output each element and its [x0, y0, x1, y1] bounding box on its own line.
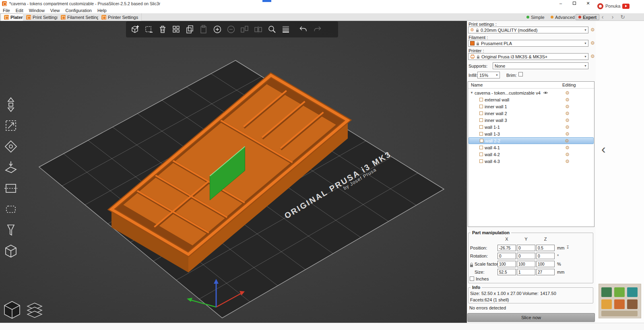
mode-expert-button[interactable]: Expert — [576, 14, 599, 20]
rotation-z-input[interactable] — [536, 253, 555, 259]
size-y-input[interactable] — [517, 269, 535, 275]
refresh-button[interactable]: ↻ — [619, 13, 627, 21]
copy-icon[interactable] — [185, 24, 195, 35]
promo-thumbnail[interactable] — [599, 284, 641, 318]
collapse-sidebar-arrow[interactable]: ‹ — [601, 142, 606, 157]
drop-to-bed-icon[interactable]: ↧ — [566, 245, 570, 250]
uniform-scale-lock-icon[interactable] — [470, 262, 473, 267]
seam-tool-icon[interactable] — [1, 200, 21, 219]
editing-gear-icon[interactable]: ⚙ — [565, 90, 570, 96]
position-z-input[interactable] — [536, 245, 555, 251]
object-list-item[interactable]: inner wall 3 ⚙ — [469, 117, 594, 124]
scale-tool-icon[interactable] — [1, 116, 21, 135]
menu-edit[interactable]: Edit — [13, 8, 26, 13]
notification-label[interactable]: Ponuka — [605, 4, 620, 8]
viewport-3d[interactable]: ORIGINAL PRUSA i3 MK3 by Josef Prusa — [0, 21, 467, 323]
remove-instance-icon[interactable] — [226, 24, 236, 35]
rotation-y-input[interactable] — [517, 253, 535, 259]
rotate-tool-icon[interactable] — [1, 137, 21, 156]
size-unit: mm — [557, 270, 564, 274]
menu-window[interactable]: Window — [26, 8, 47, 13]
object-list-item[interactable]: inner wall 1 ⚙ — [469, 103, 594, 110]
editing-gear-icon[interactable]: ⚙ — [565, 131, 570, 137]
remove-object-icon[interactable] — [144, 24, 154, 35]
arrange-icon[interactable] — [171, 24, 182, 35]
variable-layer-height-icon[interactable] — [281, 24, 291, 35]
object-list-item[interactable]: wall 4-2 ⚙ — [469, 151, 594, 158]
printer-gear-button[interactable]: ⚙ — [590, 54, 596, 60]
editor-view-button[interactable] — [2, 299, 23, 322]
filament-gear-button[interactable]: ⚙ — [590, 40, 596, 46]
tab-print-settings[interactable]: Print Settings — [23, 13, 62, 21]
inches-checkbox[interactable] — [470, 276, 474, 281]
cut-tool-icon[interactable] — [1, 179, 21, 198]
object-list-item-selected[interactable]: wall 2-2 ⚙ — [469, 137, 594, 144]
editing-gear-icon[interactable]: ⚙ — [565, 97, 570, 103]
editing-gear-icon[interactable]: ⚙ — [565, 118, 570, 123]
part-icon — [479, 98, 483, 101]
object-list-item-root[interactable]: ▼ caverna - token...customizable v4 ⚙ — [469, 89, 594, 96]
back-arrow-button[interactable]: ‹ — [599, 13, 607, 21]
menu-help[interactable]: Help — [95, 8, 109, 13]
slice-now-button[interactable]: Slice now — [467, 313, 595, 322]
scale-z-input[interactable] — [536, 261, 555, 267]
redo-icon[interactable] — [312, 24, 322, 35]
maximize-button[interactable] — [568, 0, 580, 7]
mode-advanced-button[interactable]: Advanced — [548, 14, 577, 20]
object-list-item[interactable]: external wall ⚙ — [469, 96, 594, 103]
printer-combo[interactable]: Original Prusa i3 MK3S & MK3S+ ▼ — [468, 53, 588, 60]
add-object-icon[interactable] — [130, 24, 140, 35]
undo-icon[interactable] — [298, 24, 309, 35]
scale-y-input[interactable] — [517, 261, 535, 267]
view-cube-icon[interactable] — [1, 242, 21, 260]
editing-gear-icon[interactable]: ⚙ — [565, 159, 570, 164]
editing-gear-icon[interactable]: ⚙ — [565, 104, 570, 109]
collapse-caret-icon[interactable]: ▼ — [470, 91, 473, 95]
preview-view-button[interactable] — [24, 299, 45, 322]
split-parts-icon[interactable] — [253, 24, 264, 35]
minimize-button[interactable]: – — [555, 0, 567, 7]
editing-gear-icon[interactable]: ⚙ — [565, 145, 570, 151]
size-x-input[interactable] — [497, 269, 516, 275]
object-list-item[interactable]: wall 1-3 ⚙ — [469, 130, 594, 137]
place-on-face-tool-icon[interactable] — [1, 158, 21, 177]
print-settings-combo[interactable]: ⚙ 0.20mm QUALITY (modified) ▼ — [468, 27, 588, 33]
tab-plater[interactable]: Plater — [0, 13, 27, 21]
rotation-x-input[interactable] — [497, 253, 516, 259]
editing-gear-icon[interactable]: ⚙ — [565, 138, 569, 144]
size-z-input[interactable] — [536, 269, 555, 275]
close-button[interactable]: ✕ — [582, 0, 594, 7]
editing-gear-icon[interactable]: ⚙ — [565, 124, 570, 130]
mode-simple-button[interactable]: Simple — [524, 14, 547, 20]
brim-checkbox[interactable] — [518, 72, 523, 76]
offer-icon[interactable] — [597, 3, 603, 9]
add-instance-icon[interactable] — [212, 24, 223, 35]
object-list-item[interactable]: inner wall 2 ⚙ — [469, 110, 594, 117]
print-settings-gear-button[interactable]: ⚙ — [590, 27, 596, 33]
infill-label: Infill: — [469, 73, 478, 78]
youtube-icon[interactable] — [622, 4, 630, 9]
editing-gear-icon[interactable]: ⚙ — [565, 111, 570, 116]
search-icon[interactable] — [267, 24, 277, 35]
menu-file[interactable]: File — [0, 8, 13, 13]
move-tool-icon[interactable] — [1, 95, 21, 114]
object-list-item[interactable]: wall 1-1 ⚙ — [469, 124, 594, 130]
supports-combo[interactable]: None ▼ — [493, 62, 588, 69]
paint-supports-tool-icon[interactable] — [1, 221, 21, 239]
delete-all-icon[interactable] — [157, 24, 168, 35]
tab-printer-settings[interactable]: Printer Settings — [98, 13, 142, 21]
forward-arrow-button[interactable]: › — [609, 13, 617, 21]
filament-combo[interactable]: Prusament PLA ▼ — [468, 40, 588, 47]
split-objects-icon[interactable] — [239, 24, 250, 35]
paste-icon[interactable] — [198, 24, 209, 35]
position-x-input[interactable] — [497, 245, 516, 251]
object-list-item[interactable]: wall 4-1 ⚙ — [469, 144, 594, 151]
menu-configuration[interactable]: Configuration — [62, 8, 94, 13]
infill-combo[interactable]: 15% ▼ — [477, 72, 500, 78]
eye-icon[interactable] — [543, 91, 548, 95]
editing-gear-icon[interactable]: ⚙ — [565, 152, 570, 157]
object-list-item[interactable]: wall 4-3 ⚙ — [469, 158, 594, 165]
menu-view[interactable]: View — [47, 8, 63, 13]
position-y-input[interactable] — [517, 245, 535, 251]
scale-x-input[interactable] — [497, 261, 516, 267]
